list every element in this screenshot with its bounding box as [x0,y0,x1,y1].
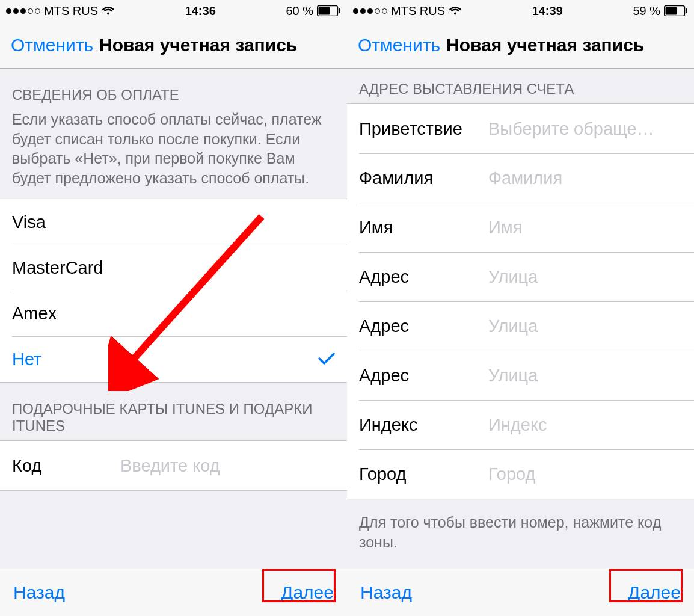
bottom-toolbar: Назад Далее [0,568,347,616]
wifi-icon [449,6,462,16]
city-field[interactable]: Город Город [347,449,694,499]
address-field-1[interactable]: Адрес Улица [347,252,694,301]
gift-code-placeholder: Введите код [120,456,220,476]
payment-option-label: Нет [12,350,41,369]
gift-code-list: Код Введите код [0,440,347,491]
cancel-button[interactable]: Отменить [11,35,93,55]
gifts-section-header: ПОДАРОЧНЫЕ КАРТЫ ITUNES И ПОДАРКИ ITUNES [0,383,347,440]
field-label: Приветствие [359,119,488,139]
nav-bar: Отменить Новая учетная запись [347,22,694,69]
signal-strength-icon [353,8,387,14]
carrier-label: MTS RUS [391,4,445,18]
next-button[interactable]: Далее [628,582,681,603]
field-placeholder: Улица [488,316,538,336]
wifi-icon [102,6,115,16]
battery-icon [664,5,688,16]
svg-rect-2 [339,8,340,13]
payment-option-none[interactable]: Нет [0,336,347,382]
payment-option-label: Amex [12,304,57,324]
payment-section-header: СВЕДЕНИЯ ОБ ОПЛАТЕ [0,69,347,109]
nav-bar: Отменить Новая учетная запись [0,22,347,69]
bottom-toolbar: Назад Далее [347,568,694,616]
screen-billing: MTS RUS 14:39 59 % Отменить Новая учетна… [347,0,694,616]
field-label: Индекс [359,415,488,435]
salutation-field[interactable]: Приветствие Выберите обраще… [347,104,694,153]
clock: 14:39 [532,4,563,18]
checkmark-icon [318,350,335,369]
billing-fields-list: Приветствие Выберите обраще… Фамилия Фам… [347,103,694,499]
carrier-label: MTS RUS [44,4,98,18]
payment-option-mastercard[interactable]: MasterCard [0,245,347,291]
field-label: Имя [359,218,488,238]
next-button[interactable]: Далее [281,582,334,603]
status-bar: MTS RUS 14:39 59 % [347,0,694,22]
page-title: Новая учетная запись [99,35,297,55]
field-placeholder: Улица [488,366,538,386]
cancel-button[interactable]: Отменить [358,35,440,55]
payment-option-label: MasterCard [12,258,103,278]
payment-section-description: Если указать способ оплаты сейчас, плате… [0,109,347,199]
status-bar: MTS RUS 14:36 60 % [0,0,347,22]
field-placeholder: Город [488,464,535,484]
battery-percent: 60 % [286,4,313,18]
svg-rect-6 [686,8,687,13]
field-placeholder: Улица [488,267,538,287]
back-button[interactable]: Назад [13,582,65,603]
screen-payment: MTS RUS 14:36 60 % Отменить Новая учетна… [0,0,347,616]
field-placeholder: Имя [488,218,523,238]
battery-icon [317,5,341,16]
field-label: Фамилия [359,168,488,188]
payment-option-visa[interactable]: Visa [0,199,347,245]
gift-code-field[interactable]: Код Введите код [0,441,347,490]
page-title: Новая учетная запись [446,35,644,55]
clock: 14:36 [185,4,216,18]
field-placeholder: Выберите обраще… [488,119,654,139]
field-label: Город [359,464,488,484]
payment-option-label: Visa [12,212,46,232]
field-label: Адрес [359,366,488,386]
signal-strength-icon [6,8,40,14]
address-field-3[interactable]: Адрес Улица [347,351,694,400]
battery-percent: 59 % [633,4,660,18]
back-button[interactable]: Назад [360,582,412,603]
field-label: Адрес [359,267,488,287]
last-name-field[interactable]: Фамилия Фамилия [347,153,694,203]
svg-rect-1 [319,7,330,15]
field-placeholder: Индекс [488,415,547,435]
first-name-field[interactable]: Имя Имя [347,203,694,252]
gift-code-label: Код [12,456,120,476]
field-placeholder: Фамилия [488,168,562,188]
svg-rect-5 [666,7,677,15]
billing-footer-note: Для того чтобы ввести номер, нажмите код… [347,499,694,558]
payment-options-list: Visa MasterCard Amex Нет [0,199,347,383]
payment-option-amex[interactable]: Amex [0,291,347,336]
field-label: Адрес [359,316,488,336]
address-field-2[interactable]: Адрес Улица [347,301,694,351]
billing-section-header: АДРЕС ВЫСТАВЛЕНИЯ СЧЕТА [347,69,694,103]
postcode-field[interactable]: Индекс Индекс [347,400,694,449]
